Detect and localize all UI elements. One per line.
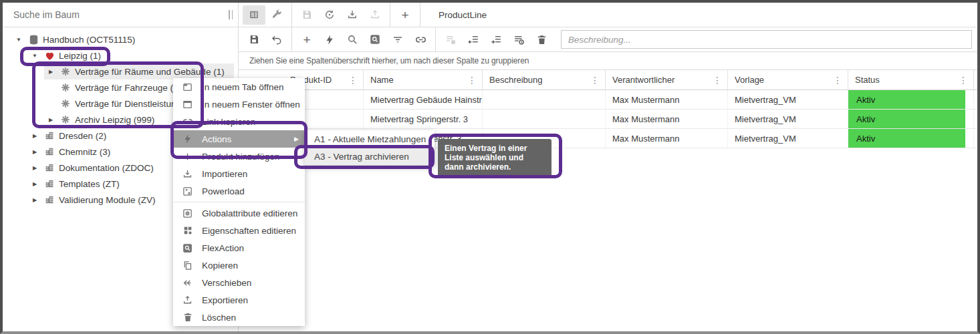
menu-item-flexaction[interactable]: FlexAction xyxy=(173,239,305,257)
list-history-button[interactable] xyxy=(507,30,530,49)
column-header-verantwortlicher[interactable]: Verantwortlicher ⋮ xyxy=(606,70,728,90)
menu-item-edit-global-attributes[interactable]: Globalattribute editieren xyxy=(173,204,305,222)
menu-item-delete[interactable]: Löschen xyxy=(173,309,305,326)
chevron-down-icon[interactable]: ▼ xyxy=(12,37,25,43)
add-row-button[interactable]: + xyxy=(295,30,318,49)
delete-button[interactable] xyxy=(530,30,553,49)
tree-search-bar xyxy=(3,3,238,27)
column-header-name[interactable]: Name ⋮ xyxy=(364,70,483,90)
status-badge: Aktiv xyxy=(848,90,965,109)
chevron-down-icon[interactable]: ▼ xyxy=(28,53,41,59)
cell-verantwortlicher: Max Mustermann xyxy=(606,90,728,109)
menu-separator xyxy=(173,202,305,202)
chevron-right-icon[interactable]: ▶ xyxy=(28,165,41,171)
cell-vorlage: Mietvertrag_VM xyxy=(728,129,848,148)
tree-item-handbuch[interactable]: ▼ Handbuch (OCT51115) xyxy=(3,31,238,47)
search-button[interactable] xyxy=(341,30,364,49)
menu-item-move[interactable]: Verschieben xyxy=(173,274,305,291)
group-by-hint-text: Ziehen Sie eine Spaltenüberschrift hierh… xyxy=(249,56,529,65)
chevron-right-icon[interactable]: ▶ xyxy=(28,181,41,187)
trash-icon xyxy=(181,312,194,323)
chevron-right-icon[interactable]: ▶ xyxy=(28,149,41,155)
group-by-bar[interactable]: Ziehen Sie eine Spaltenüberschrift hierh… xyxy=(239,52,977,70)
collapse-list-button[interactable] xyxy=(462,30,485,49)
link-button[interactable] xyxy=(409,30,432,49)
tree-search-input[interactable] xyxy=(3,9,226,20)
save-icon xyxy=(301,9,313,21)
save-list-button[interactable] xyxy=(439,30,462,49)
settings-button[interactable] xyxy=(265,5,288,25)
gear-icon xyxy=(57,98,74,109)
tree-item-leipzig[interactable]: ▼ Leipzig (1) xyxy=(3,47,238,63)
menu-item-label: Eigenschaften editieren xyxy=(202,226,296,236)
chevron-right-icon[interactable]: ▶ xyxy=(44,69,57,75)
export-icon xyxy=(369,9,381,21)
column-header-status[interactable]: Status ⋮ xyxy=(848,70,974,90)
chevron-right-icon[interactable]: ▶ xyxy=(44,117,57,123)
save-layout-button[interactable] xyxy=(295,5,318,25)
column-menu-icon[interactable]: ⋮ xyxy=(957,75,969,86)
export-button[interactable] xyxy=(364,5,386,25)
panel-resize-handle[interactable] xyxy=(229,10,233,19)
filter-button[interactable] xyxy=(386,30,409,49)
menu-item-edit-properties[interactable]: Eigenschaften editieren xyxy=(173,222,305,239)
cell-name: Mietvertrag Gebäude Hainstr. 9 xyxy=(364,90,483,109)
menu-item-label: In neuem Tab öffnen xyxy=(202,82,284,92)
flexaction-button[interactable] xyxy=(364,30,386,49)
menu-item-add-product[interactable]: Produkt hinzufügen xyxy=(173,148,305,165)
cell-beschreibung xyxy=(483,90,606,109)
actions-button[interactable] xyxy=(318,30,341,49)
save-button[interactable] xyxy=(243,30,265,49)
filter-icon xyxy=(392,33,404,45)
status-badge: Aktiv xyxy=(848,110,965,128)
import-button[interactable] xyxy=(341,5,364,25)
menu-item-label: In neuem Fenster öffnen xyxy=(202,100,300,110)
tree-item-label: Verträge für Fahrzeuge (2) xyxy=(74,83,181,93)
menu-item-copy-link[interactable]: Link kopieren xyxy=(173,113,305,130)
tree-item-label: Handbuch (OCT51115) xyxy=(41,35,135,45)
chevron-right-icon[interactable]: ▶ xyxy=(28,133,41,139)
menu-item-export[interactable]: Exportieren xyxy=(173,291,305,309)
column-header-beschreibung[interactable]: Beschreibung ⋮ xyxy=(483,70,606,90)
tree-item-vertraege-raeume[interactable]: ▶ Verträge für Räume und Gebäude (1) xyxy=(3,63,238,79)
reload-button[interactable] xyxy=(318,5,341,25)
main-panel: + ProductLine + xyxy=(239,3,977,331)
column-header-vorlage[interactable]: Vorlage ⋮ xyxy=(728,70,848,90)
description-filter-input[interactable] xyxy=(561,30,972,49)
undo-button[interactable] xyxy=(265,30,288,49)
plus-icon xyxy=(181,151,194,162)
tree-item-label: Dokumentation (ZDOC) xyxy=(57,163,154,173)
grid-header-row: Produkt-ID ⋮ Name ⋮ Beschreibung ⋮ Veran… xyxy=(239,70,977,90)
menu-item-label: Powerload xyxy=(202,186,245,196)
open-in-tab-icon xyxy=(181,81,194,93)
add-tab-button[interactable]: + xyxy=(394,5,416,25)
save-icon xyxy=(248,33,260,45)
menu-item-copy[interactable]: Kopieren xyxy=(173,257,305,274)
column-menu-icon[interactable]: ⋮ xyxy=(832,75,844,86)
column-menu-icon[interactable]: ⋮ xyxy=(466,75,478,86)
tree-item-label: Verträge für Räume und Gebäude (1) xyxy=(74,67,225,77)
tab-productline[interactable]: ProductLine xyxy=(439,10,487,20)
expand-list-button[interactable] xyxy=(485,30,507,49)
column-menu-icon[interactable]: ⋮ xyxy=(711,75,723,86)
menu-item-label: Kopieren xyxy=(202,261,238,271)
menu-item-open-new-window[interactable]: In neuem Fenster öffnen xyxy=(173,96,305,113)
submenu-item-a3-vertrag-archivieren[interactable]: A3 - Vertrag archivieren xyxy=(305,148,435,165)
menu-item-label: A1 - Aktuelle Mietzahlungen xyxy=(314,134,426,144)
list-history-icon xyxy=(513,33,525,46)
menu-item-import[interactable]: Importieren xyxy=(173,165,305,182)
sidebar-toggle-button[interactable] xyxy=(243,5,265,25)
column-menu-icon[interactable]: ⋮ xyxy=(347,75,359,86)
table-row[interactable]: Mietvertrag Springerstr. 3 Max Musterman… xyxy=(239,110,977,129)
menu-item-open-new-tab[interactable]: In neuem Tab öffnen xyxy=(173,78,305,96)
table-row[interactable]: Mietvertrag Gebäude Hainstr. 9 Max Muste… xyxy=(239,90,977,110)
menu-item-powerload[interactable]: Powerload xyxy=(173,182,305,200)
link-icon xyxy=(181,116,194,128)
actions-submenu: A1 - Aktuelle Mietzahlungen A3 - Vertrag… xyxy=(305,130,435,165)
chevron-right-icon[interactable]: ▶ xyxy=(28,197,41,203)
menu-item-actions[interactable]: Actions ▶ xyxy=(173,130,305,148)
column-menu-icon[interactable]: ⋮ xyxy=(589,75,601,86)
table-toolbar: + xyxy=(239,27,977,52)
building-icon xyxy=(41,146,57,157)
submenu-item-a1-aktuelle-mietzahlungen[interactable]: A1 - Aktuelle Mietzahlungen xyxy=(305,130,435,148)
